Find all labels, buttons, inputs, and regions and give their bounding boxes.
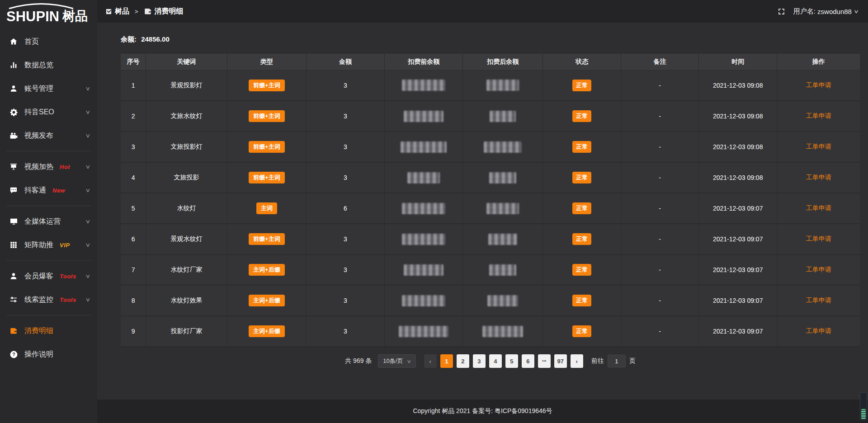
cell-status: 正常 — [543, 285, 621, 316]
masked-value — [399, 326, 448, 337]
page-button-4[interactable]: 4 — [489, 354, 502, 368]
sidebar-item-label: 抖音SEO — [24, 108, 54, 117]
next-page-button[interactable]: › — [571, 354, 583, 368]
floating-widget[interactable] — [860, 392, 867, 420]
ticket-apply-link[interactable]: 工单申请 — [806, 235, 831, 242]
user-menu[interactable]: 用户名: zswodun88 ∨ — [793, 7, 858, 16]
sidebar-item-douyin-seo[interactable]: 抖音SEO∨ — [0, 100, 97, 124]
ticket-apply-link[interactable]: 工单申请 — [806, 266, 831, 273]
sidebar-item-clue-monitor[interactable]: 线索监控Tools∨ — [0, 288, 97, 311]
logo-text-cn: 树品 — [62, 9, 88, 24]
cell-balance-before — [385, 224, 463, 254]
ticket-apply-link[interactable]: 工单申请 — [806, 174, 831, 181]
table-body: 1景观投影灯前缀+主词3正常-2021-12-03 09:08工单申请2文旅水纹… — [121, 70, 860, 347]
chevron-down-icon: ∨ — [85, 85, 90, 92]
sidebar-item-video-publish[interactable]: 视频发布∨ — [0, 124, 97, 147]
cell-remark: - — [621, 224, 699, 254]
page-ellipsis-button[interactable]: ••• — [538, 354, 551, 368]
sidebar-item-matrix-boost[interactable]: 矩阵助推VIP∨ — [0, 233, 97, 257]
breadcrumb-item-shupin[interactable]: 树品 — [105, 7, 129, 16]
breadcrumb-label: 消费明细 — [155, 7, 184, 16]
grid-icon — [9, 240, 18, 249]
sidebar-divider — [6, 206, 91, 206]
cell-keyword: 文旅投影灯 — [146, 132, 227, 162]
goto-label: 前往 — [591, 357, 604, 365]
page-button-3[interactable]: 3 — [473, 354, 486, 368]
breadcrumb-label: 树品 — [115, 7, 129, 16]
cell-keyword: 景观投影灯 — [146, 70, 227, 101]
goto-page-input[interactable] — [608, 355, 626, 367]
chevron-down-icon: ∨ — [85, 273, 90, 279]
table-row: 6景观水纹灯前缀+主词3正常-2021-12-03 09:07工单申请 — [121, 224, 860, 254]
cell-index: 9 — [121, 316, 146, 347]
sidebar-item-label: 视频加热 — [24, 162, 53, 172]
fullscreen-icon[interactable] — [778, 8, 785, 15]
cell-type: 主词+后缀 — [227, 316, 306, 347]
balance: 余额: 24856.00 — [121, 35, 860, 44]
page-button-2[interactable]: 2 — [457, 354, 469, 368]
cell-type: 前缀+主词 — [227, 101, 306, 132]
masked-value — [404, 111, 443, 122]
sidebar-divider — [6, 151, 91, 151]
ticket-apply-link[interactable]: 工单申请 — [806, 143, 831, 150]
column-header: 状态 — [543, 54, 621, 70]
prev-page-button[interactable]: ‹ — [424, 354, 437, 368]
ticket-apply-link[interactable]: 工单申请 — [806, 327, 831, 334]
cell-amount: 3 — [306, 70, 384, 101]
cell-status: 正常 — [543, 70, 621, 101]
main-area: 树品>消费明细 用户名: zswodun88 ∨ 余额: 24856.00 — [97, 0, 868, 423]
sidebar-item-douketong[interactable]: 抖客通New∨ — [0, 179, 97, 202]
sidebar-item-label: 矩阵助推 — [24, 240, 53, 250]
cell-status: 正常 — [543, 132, 621, 162]
cell-balance-after — [463, 316, 543, 347]
table-row: 4文旅投影前缀+主词3正常-2021-12-03 09:08工单申请 — [121, 162, 860, 193]
help-icon: ? — [9, 350, 18, 359]
breadcrumb-separator: > — [135, 8, 138, 15]
sidebar-item-data-overview[interactable]: 数据总览 — [0, 53, 97, 77]
sidebar-item-video-heat[interactable]: 视频加热Hot∨ — [0, 155, 97, 179]
type-badge: 主词+后缀 — [249, 264, 285, 276]
goto-suffix: 页 — [629, 357, 636, 365]
ticket-apply-link[interactable]: 工单申请 — [806, 112, 831, 119]
ticket-apply-link[interactable]: 工单申请 — [806, 296, 831, 304]
cell-amount: 6 — [306, 193, 384, 224]
cell-balance-before — [385, 132, 463, 162]
wallet-icon — [9, 326, 18, 335]
page-button-6[interactable]: 6 — [522, 354, 534, 368]
cell-amount: 3 — [306, 132, 384, 162]
sidebar-item-label: 线索监控 — [24, 295, 53, 305]
column-header: 关键词 — [146, 54, 227, 70]
cell-balance-after — [463, 224, 543, 254]
sidebar-item-account-manage[interactable]: 账号管理∨ — [0, 77, 97, 100]
page-size-select[interactable]: 10条/页 ∨ — [378, 354, 415, 368]
masked-value — [489, 172, 516, 183]
cell-time: 2021-12-03 09:07 — [699, 285, 777, 316]
sidebar: SHUPIN 树品 首页数据总览账号管理∨抖音SEO∨视频发布∨视频加热Hot∨… — [0, 0, 97, 423]
sidebar-item-label: 首页 — [24, 37, 39, 47]
cell-time: 2021-12-03 09:07 — [699, 316, 777, 347]
page-button-5[interactable]: 5 — [505, 354, 518, 368]
sidebar-item-member-baoke[interactable]: 会员爆客Tools∨ — [0, 264, 97, 288]
masked-value — [488, 234, 517, 245]
sidebar-item-consume-detail[interactable]: 消费明细 — [0, 319, 97, 343]
chevron-down-icon: ∨ — [85, 164, 90, 170]
page-button-1[interactable]: 1 — [440, 354, 453, 368]
sidebar-item-help[interactable]: ?操作说明 — [0, 343, 97, 366]
cell-status: 正常 — [543, 162, 621, 193]
cell-remark: - — [621, 132, 699, 162]
sidebar-item-media-operation[interactable]: 全媒体运营∨ — [0, 210, 97, 233]
cell-keyword: 投影灯厂家 — [146, 316, 227, 347]
sidebar-item-home[interactable]: 首页 — [0, 30, 97, 53]
sliders-icon — [9, 295, 18, 304]
wallet-icon — [144, 7, 152, 15]
chevron-down-icon: ∨ — [854, 9, 859, 14]
status-badge: 正常 — [572, 110, 591, 122]
ticket-apply-link[interactable]: 工单申请 — [806, 204, 831, 212]
breadcrumb-item-consume-detail[interactable]: 消费明细 — [144, 7, 184, 16]
page-button-97[interactable]: 97 — [554, 354, 567, 368]
cell-keyword: 景观水纹灯 — [146, 224, 227, 254]
cell-status: 正常 — [543, 224, 621, 254]
masked-value — [482, 326, 523, 337]
ticket-apply-link[interactable]: 工单申请 — [806, 81, 831, 89]
cell-index: 5 — [121, 193, 146, 224]
